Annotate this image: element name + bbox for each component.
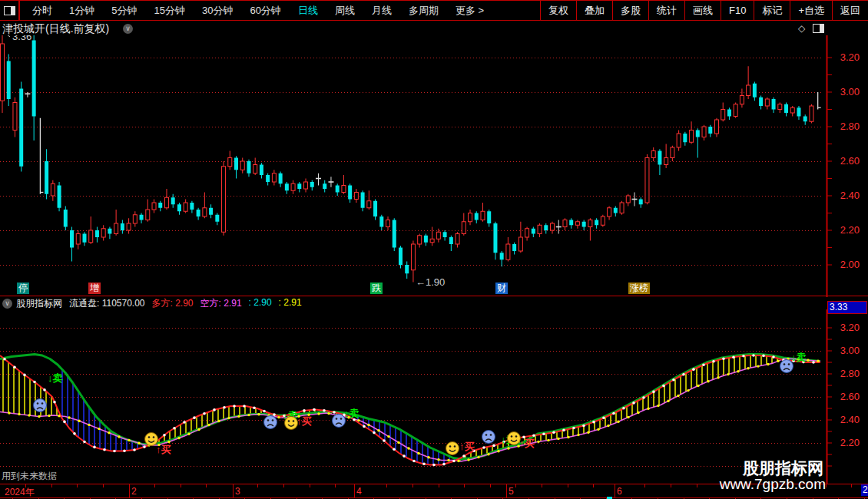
axis-tick: [335, 484, 336, 487]
indicator-value-label: 空方: 2.91: [200, 297, 242, 310]
timeframe-tab[interactable]: 日线: [290, 4, 326, 18]
sell-signal-label: ↓卖: [48, 372, 63, 384]
split-pane-icon[interactable]: [813, 24, 824, 33]
toolbar-button[interactable]: +自选: [790, 1, 832, 20]
indicator-value-label: : 2.90: [249, 297, 272, 310]
toolbar-button[interactable]: F10: [721, 1, 754, 20]
future-data-warning: 用到未来数据: [2, 470, 57, 483]
timeframe-tab[interactable]: 30分钟: [194, 4, 241, 18]
sad-face-icon: [34, 399, 47, 412]
toolbar-button[interactable]: 标记: [754, 1, 790, 20]
buy-signal-label: ↑买: [297, 415, 312, 427]
toolbar-button[interactable]: 多股: [612, 1, 648, 20]
smiley-face-icon: [508, 432, 521, 445]
indicator-value-label: 股朋指标网: [16, 297, 62, 310]
chart-title: 津投城开(日线.前复权): [2, 22, 109, 36]
axis-tick: [25, 484, 26, 487]
indicator-value-label: : 2.91: [279, 297, 302, 310]
price-axis-label: 2.20: [840, 437, 860, 448]
buy-signal-label: ↑买: [459, 441, 475, 452]
axis-tick: [412, 484, 413, 487]
toolbar-button[interactable]: 统计: [648, 1, 684, 20]
axis-tick: [697, 484, 697, 487]
event-badge[interactable]: 涨榜: [628, 283, 650, 294]
axis-tick: [644, 484, 645, 487]
watermark-url: www.7gpzb.com: [720, 476, 826, 493]
axis-tick: [181, 484, 181, 487]
axis-tick: [568, 484, 568, 487]
month-label: 4: [356, 486, 362, 497]
indicator-chart: ↓卖↓卖↓卖↓卖↓卖↑买↑买↑买↑买: [0, 352, 820, 466]
axis-tick: [515, 484, 516, 487]
timeframe-tab[interactable]: 1分钟: [61, 4, 103, 18]
toolbar-button[interactable]: 画线: [684, 1, 721, 20]
price-axis-label: 2.60: [840, 391, 860, 402]
low-price-annotation: ←1.90: [416, 276, 445, 288]
app-window: 3.203.002.802.602.402.202.003.203.002.80…: [0, 0, 868, 499]
month-separator: [354, 484, 355, 497]
axis-tick: [103, 484, 104, 487]
timeframe-tab[interactable]: 15分钟: [145, 4, 193, 18]
month-label: 5: [509, 486, 514, 497]
month-label: 2: [131, 486, 137, 497]
right-toolbar: 复权叠加多股统计画线F10标记+自选返回: [540, 1, 868, 20]
chevron-down-icon[interactable]: ∨: [123, 24, 133, 34]
toolbar-button[interactable]: 复权: [540, 1, 576, 20]
sad-face-icon: [482, 431, 495, 444]
axis-tick: [283, 484, 284, 487]
axis-tick: [310, 484, 310, 487]
month-separator: [233, 484, 234, 497]
buy-signal-label: ↑买: [156, 444, 171, 455]
month-label: 6: [617, 486, 622, 497]
candlestick-chart: [1, 30, 821, 283]
month-separator: [129, 484, 130, 497]
smiley-face-icon: [446, 442, 459, 455]
chevron-down-icon[interactable]: ∨: [2, 299, 12, 309]
axis-tick: [386, 484, 387, 487]
price-axis-label: 2.20: [840, 224, 860, 236]
timeframe-tab[interactable]: 更多 >: [447, 4, 492, 18]
timeframe-tab[interactable]: 分时: [24, 4, 61, 18]
axis-tick: [593, 484, 594, 487]
split-pane-icon: [4, 6, 15, 15]
axis-tick: [542, 484, 542, 487]
month-separator: [506, 484, 507, 497]
axis-tick: [851, 484, 852, 487]
price-axis-label: 2.40: [840, 414, 860, 425]
sad-face-icon: [264, 416, 277, 429]
indicator-value-label: 流通盘: 110570.00: [69, 297, 145, 310]
timeframe-tab[interactable]: 月线: [363, 4, 400, 18]
month-separator: [615, 484, 615, 497]
sell-signal-label: ↓卖: [791, 352, 807, 363]
smiley-face-icon: [145, 433, 158, 446]
title-row: 津投城开(日线.前复权) ∨ ◇: [0, 21, 868, 35]
price-axis-label: 2.80: [840, 121, 860, 132]
sell-signal-label: ↓卖: [344, 408, 359, 419]
indicator-values: 股朋指标网流通盘: 110570.00多方: 2.90空方: 2.91: 2.9…: [16, 297, 309, 310]
price-axis-label: 2.60: [840, 155, 860, 167]
diamond-icon[interactable]: ◇: [798, 23, 805, 34]
timeframe-tab[interactable]: 周线: [326, 4, 363, 18]
timeframe-tab[interactable]: 60分钟: [241, 4, 289, 18]
price-axis-label: 3.00: [840, 345, 860, 356]
axis-tick: [490, 484, 491, 487]
event-badge[interactable]: 财: [495, 283, 508, 294]
current-day-box: 20: [861, 484, 868, 496]
indicator-value-label: 多方: 2.90: [152, 297, 194, 310]
top-toolbar: 分时1分钟5分钟15分钟30分钟60分钟日线周线月线多周期更多 > 复权叠加多股…: [0, 0, 868, 21]
toolbar-button[interactable]: 叠加: [576, 1, 612, 20]
event-badge[interactable]: 跌: [370, 283, 383, 294]
timeframe-tab[interactable]: 多周期: [400, 4, 447, 18]
axis-tick: [439, 484, 439, 487]
event-badge[interactable]: 停: [17, 283, 29, 294]
last-price-box: 3.33: [827, 301, 867, 314]
price-axis-label: 3.00: [840, 86, 860, 97]
indicator-header: ∨ 股朋指标网流通盘: 110570.00多方: 2.90空方: 2.91: 2…: [0, 297, 868, 309]
layout-button[interactable]: [0, 1, 19, 20]
price-axis-label: 3.20: [840, 51, 860, 63]
chart-canvas: 3.203.002.802.602.402.202.003.203.002.80…: [0, 0, 868, 499]
event-badge[interactable]: 增: [88, 283, 101, 294]
timeframe-tab[interactable]: 5分钟: [103, 4, 145, 18]
toolbar-button[interactable]: 返回: [832, 1, 868, 20]
axis-tick: [257, 484, 258, 487]
